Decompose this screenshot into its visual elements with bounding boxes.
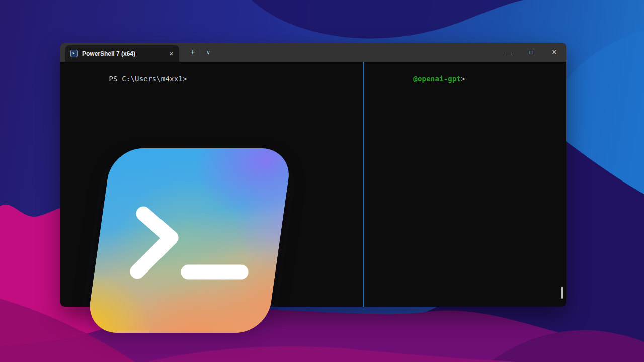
tab-powershell[interactable]: >_ PowerShell 7 (x64) × [65,45,179,62]
title-bar: >_ PowerShell 7 (x64) × + ∨ — □ × [60,43,566,62]
scrollbar-thumb[interactable] [561,287,563,299]
tab-dropdown-button[interactable]: ∨ [202,43,215,62]
right-prompt-line: @openai-gpt> [364,62,566,91]
left-prompt-line: PS C:\Users\m4xx1> [60,62,363,91]
tab-close-button[interactable]: × [166,49,176,59]
desktop-background: >_ PowerShell 7 (x64) × + ∨ — □ × PS C:\… [0,0,644,362]
right-prompt-user: @openai-gpt [413,75,461,83]
terminal-pane-right[interactable]: @openai-gpt> [364,62,566,307]
close-button[interactable]: × [543,43,566,62]
minimize-button[interactable]: — [497,43,520,62]
powershell-tab-icon-glyph: >_ [72,52,75,55]
tab-title: PowerShell 7 (x64) [82,50,162,57]
powershell-tab-icon: >_ [70,50,78,57]
chevron-right-icon [137,214,171,272]
powershell-logo-glyph [121,196,262,292]
tab-toolbar-separator [201,49,201,56]
new-tab-button[interactable]: + [185,43,200,62]
left-prompt: PS C:\Users\m4xx1> [109,75,187,83]
maximize-button[interactable]: □ [520,43,543,62]
right-prompt-caret: > [461,75,465,83]
title-bar-drag-area[interactable] [215,43,497,62]
